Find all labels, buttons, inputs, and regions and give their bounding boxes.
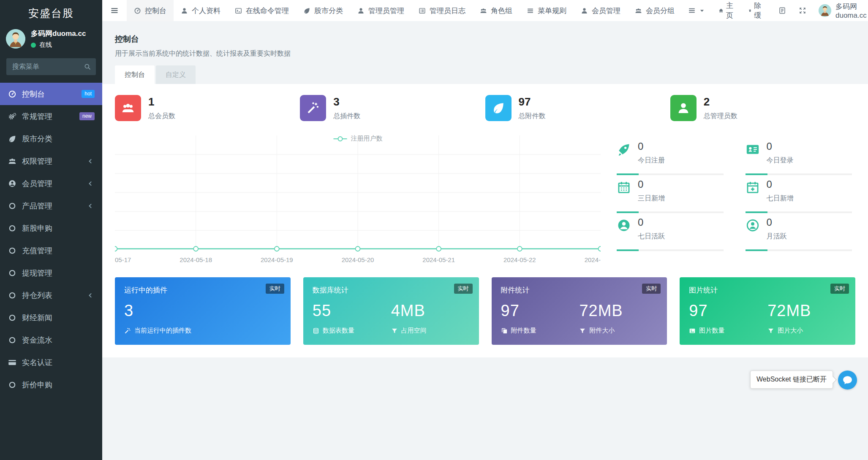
topnav-right: 主页 清除缓存 多码网duoma.cc	[682, 0, 868, 21]
topnav-item[interactable]: 会员分组	[628, 0, 682, 21]
mini-stat-text: 0今日登录	[767, 141, 794, 165]
user-icon	[357, 7, 365, 14]
sidebar-item[interactable]: 提现管理	[0, 262, 102, 284]
info-card[interactable]: 数据库统计实时55数据表数量4MB占用空间	[303, 277, 479, 345]
stat-text: 1总会员数	[148, 95, 175, 121]
bars-icon	[688, 7, 696, 14]
chevron-left-icon	[86, 202, 95, 210]
x-axis-label: 2024-05-20	[342, 256, 374, 263]
topnav-item[interactable]: 管理员管理	[350, 0, 411, 21]
registered-users-chart[interactable]: 注册用户数 2024-05-172024-05-182024-05-192024…	[115, 135, 601, 268]
info-card-label-text: 图片数量	[699, 327, 724, 335]
topnav-item-label: 个人资料	[192, 6, 220, 16]
stat-text: 2总管理员数	[704, 95, 737, 121]
info-card-value: 72MB	[579, 302, 658, 320]
sidebar-item[interactable]: 常规管理new	[0, 105, 102, 127]
trash-icon	[748, 7, 751, 14]
chat-button[interactable]	[838, 371, 857, 390]
mini-stat: 0七日新增	[746, 175, 856, 213]
list-icon	[419, 7, 426, 14]
data-point[interactable]	[193, 246, 198, 251]
data-point[interactable]	[115, 246, 117, 251]
users-icon	[480, 7, 487, 14]
online-dot-icon	[31, 43, 36, 48]
data-point[interactable]	[436, 246, 441, 251]
data-point[interactable]	[599, 246, 601, 251]
user-icon	[581, 7, 588, 14]
sidebar-item-label: 常规管理	[22, 111, 52, 122]
users-icon	[121, 101, 135, 115]
info-card-column: 4MB占用空间	[391, 302, 470, 335]
x-axis-label: 2024-05-21	[422, 256, 455, 263]
home-button[interactable]: 主页	[712, 0, 742, 21]
clear-cache-button[interactable]: 清除缓存	[742, 0, 772, 21]
sidebar-item[interactable]: 持仓列表	[0, 284, 102, 306]
chart-legend[interactable]: 注册用户数	[333, 135, 383, 143]
search-icon[interactable]	[84, 63, 91, 70]
sidebar-item[interactable]: 资金流水	[0, 329, 102, 351]
x-axis-label: 2024-05-22	[503, 256, 536, 263]
sidebar-item[interactable]: 权限管理	[0, 150, 102, 172]
mini-stat-label: 七日活跃	[638, 232, 665, 241]
topnav-item[interactable]: 在线命令管理	[228, 0, 296, 21]
topnav-item[interactable]: 管理员日志	[411, 0, 473, 21]
info-card[interactable]: 附件统计实时97附件数量72MB附件大小	[492, 277, 667, 345]
caret-down-icon	[698, 7, 706, 14]
bars-icon	[527, 7, 534, 14]
search-input[interactable]	[6, 58, 96, 75]
panel-tab[interactable]: 控制台	[115, 65, 155, 84]
brand-title: 安盛台股	[0, 0, 102, 26]
data-point[interactable]	[356, 246, 360, 251]
topnav-item-label: 会员管理	[592, 6, 620, 16]
stat-card: 97总附件数	[485, 95, 670, 121]
leaf-icon	[8, 135, 16, 143]
stat-row: 1总会员数3总插件数97总附件数2总管理员数	[115, 95, 855, 121]
info-card-label-text: 附件数量	[511, 327, 536, 335]
info-card-label: 图片大小	[767, 327, 846, 335]
tabs-dropdown-button[interactable]	[682, 0, 712, 21]
user-menu[interactable]: 多码网duoma.cc	[813, 0, 868, 21]
sidebar-item[interactable]: 股市分类	[0, 127, 102, 150]
topnav-item[interactable]: 菜单规则	[520, 0, 574, 21]
topnav: 控制台个人资料在线命令管理股市分类管理员管理管理员日志角色组菜单规则会员管理会员…	[102, 0, 868, 21]
data-point[interactable]	[517, 246, 522, 251]
realtime-badge: 实时	[642, 284, 661, 294]
language-button[interactable]	[772, 0, 792, 21]
info-cards-row: 运行中的插件实时3当前运行中的插件数数据库统计实时55数据表数量4MB占用空间附…	[115, 277, 855, 345]
main-content: 控制台 用于展示当前系统中的统计数据、统计报表及重要实时数据 控制台自定义 1总…	[102, 21, 868, 460]
sidebar-item[interactable]: 新股申购	[0, 217, 102, 239]
terminal-icon	[235, 7, 242, 14]
stat-value: 97	[519, 95, 546, 108]
info-card[interactable]: 运行中的插件实时3当前运行中的插件数	[115, 277, 291, 345]
topnav-item[interactable]: 角色组	[473, 0, 520, 21]
gauge-icon	[134, 7, 141, 14]
circle-icon	[8, 202, 16, 210]
info-card-value: 4MB	[391, 302, 470, 320]
topnav-item[interactable]: 会员管理	[574, 0, 628, 21]
info-card-column: 72MB附件大小	[579, 302, 658, 335]
panel-tab[interactable]: 自定义	[156, 65, 196, 84]
sidebar-item[interactable]: 会员管理	[0, 172, 102, 195]
topnav-item[interactable]: 股市分类	[296, 0, 350, 21]
topnav-item[interactable]: 个人资料	[174, 0, 228, 21]
data-point[interactable]	[275, 246, 279, 251]
home-icon	[718, 7, 724, 14]
sidebar-item-label: 资金流水	[22, 335, 52, 345]
sidebar-item[interactable]: 充值管理	[0, 239, 102, 262]
info-card-column: 3当前运行中的插件数	[124, 302, 281, 335]
mini-stat-progress	[746, 249, 852, 251]
fullscreen-button[interactable]	[792, 0, 813, 21]
sidebar-item[interactable]: 折价申购	[0, 373, 102, 396]
info-card[interactable]: 图片统计实时97图片数量72MB图片大小	[680, 277, 855, 345]
sidebar-item-label: 新股申购	[22, 223, 52, 233]
menu-badge: new	[79, 112, 95, 121]
mini-stat-label: 今日登录	[767, 156, 794, 165]
sidebar-item[interactable]: 产品管理	[0, 195, 102, 217]
sidebar-item[interactable]: 控制台hot	[0, 83, 102, 105]
sidebar-toggle-icon[interactable]	[102, 0, 127, 21]
sidebar-item[interactable]: 实名认证	[0, 351, 102, 373]
stat-card: 3总插件数	[300, 95, 485, 121]
sidebar-item[interactable]: 财经新闻	[0, 306, 102, 329]
circle-icon	[8, 224, 16, 233]
topnav-item[interactable]: 控制台	[127, 0, 174, 21]
